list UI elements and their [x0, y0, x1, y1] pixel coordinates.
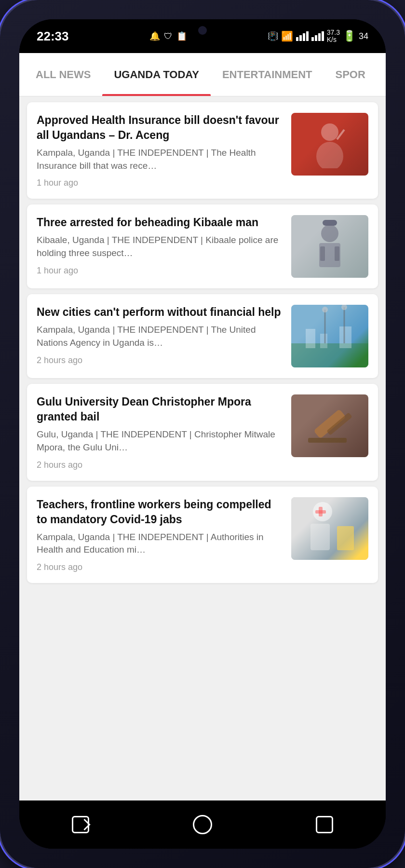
svg-rect-18 [308, 438, 347, 443]
news-card-1[interactable]: Approved Health Insurance bill doesn't f… [27, 102, 378, 199]
person-silhouette-1 [310, 120, 349, 168]
svg-point-13 [322, 307, 328, 312]
signal-bars-2 [311, 31, 324, 41]
news-text-5: Teachers, frontline workers being compel… [37, 497, 284, 572]
back-icon [72, 816, 89, 833]
tab-bar: ALL NEWS UGANDA TODAY ENTERTAINMENT SPOR [19, 53, 386, 96]
news-title-5: Teachers, frontline workers being compel… [37, 497, 284, 527]
calendar-icon: 📋 [176, 31, 187, 41]
news-title-3: New cities can't perform without financi… [37, 305, 284, 320]
tab-all-news[interactable]: ALL NEWS [24, 53, 102, 96]
news-image-2 [291, 215, 368, 278]
news-image-4 [291, 394, 368, 457]
news-image-1 [291, 113, 368, 176]
status-icons-left: 🔔 🛡 📋 [149, 31, 187, 41]
news-text-1: Approved Health Insurance bill doesn't f… [37, 113, 284, 188]
news-text-2: Three arrested for beheading Kibaale man… [37, 215, 284, 275]
screen-content: ALL NEWS UGANDA TODAY ENTERTAINMENT SPOR… [19, 53, 386, 800]
news-image-3 [291, 305, 368, 367]
news-card-3[interactable]: New cities can't perform without financi… [27, 294, 378, 378]
news-list: Approved Health Insurance bill doesn't f… [19, 96, 386, 800]
svg-point-15 [341, 305, 347, 310]
recent-button[interactable] [310, 810, 339, 839]
article-3-image [291, 305, 368, 367]
svg-rect-23 [315, 510, 326, 514]
news-title-2: Three arrested for beheading Kibaale man [37, 215, 284, 230]
vibrate-icon: 📳 [268, 31, 278, 41]
article-2-image [291, 215, 368, 278]
battery-icon: 🔋 [343, 30, 356, 42]
news-snippet-2: Kibaale, Uganda | THE INDEPENDENT | Kiba… [37, 234, 284, 259]
news-text-4: Gulu University Dean Christopher Mpora g… [37, 394, 284, 470]
svg-point-0 [321, 123, 338, 141]
gavel-icon [298, 394, 361, 457]
news-snippet-3: Kampala, Uganda | THE INDEPENDENT | The … [37, 324, 284, 349]
news-time-4: 2 hours ago [37, 460, 284, 470]
phone-screen: 22:33 🔔 🛡 📋 📳 📶 [19, 19, 386, 849]
news-snippet-4: Gulu, Uganda | THE INDEPENDENT | Christo… [37, 428, 284, 454]
tab-entertainment[interactable]: ENTERTAINMENT [211, 53, 324, 96]
svg-rect-11 [339, 326, 351, 348]
svg-rect-10 [320, 334, 327, 348]
notification-icon: 🔔 [149, 31, 160, 41]
news-title-1: Approved Health Insurance bill doesn't f… [37, 113, 284, 143]
news-snippet-5: Kampala, Uganda | THE INDEPENDENT | Auth… [37, 531, 284, 556]
news-text-3: New cities can't perform without financi… [37, 305, 284, 365]
signal-bars-1 [296, 31, 309, 41]
news-title-4: Gulu University Dean Christopher Mpora g… [37, 394, 284, 424]
tab-uganda-today[interactable]: UGANDA TODAY [102, 53, 210, 96]
article-1-image [291, 113, 368, 176]
home-icon [193, 815, 212, 834]
svg-rect-9 [306, 329, 315, 348]
article-4-image [291, 394, 368, 457]
bottom-nav [19, 800, 386, 849]
svg-point-1 [316, 142, 343, 168]
back-button[interactable] [66, 810, 95, 839]
svg-rect-7 [335, 246, 339, 261]
status-bar: 22:33 🔔 🛡 📋 📳 📶 [19, 19, 386, 53]
wifi-icon: 📶 [281, 30, 293, 42]
svg-rect-8 [291, 343, 368, 367]
news-image-5 [291, 497, 368, 560]
battery-percent: 34 [359, 31, 368, 41]
svg-rect-20 [310, 524, 330, 550]
news-time-5: 2 hours ago [37, 562, 284, 572]
tab-sports[interactable]: SPOR [324, 53, 377, 96]
news-time-1: 1 hour ago [37, 178, 284, 188]
svg-rect-21 [337, 526, 354, 550]
status-icons-right: 📳 📶 37.3K/s 🔋 34 [268, 29, 368, 44]
speed-text: 37.3K/s [327, 29, 340, 44]
shield-icon: 🛡 [164, 31, 173, 41]
medical-scene [298, 497, 361, 560]
news-card-2[interactable]: Three arrested for beheading Kibaale man… [27, 204, 378, 288]
svg-point-4 [321, 225, 338, 242]
phone-frame: 22:33 🔔 🛡 📋 📳 📶 [0, 0, 405, 868]
news-card-5[interactable]: Teachers, frontline workers being compel… [27, 487, 378, 583]
camera-notch [198, 26, 207, 35]
news-snippet-1: Kampala, Uganda | THE INDEPENDENT | The … [37, 147, 284, 172]
news-card-4[interactable]: Gulu University Dean Christopher Mpora g… [27, 384, 378, 480]
recent-icon [316, 816, 333, 833]
news-time-2: 1 hour ago [37, 266, 284, 276]
article-5-image [291, 497, 368, 560]
news-time-3: 2 hours ago [37, 355, 284, 366]
status-time: 22:33 [37, 29, 69, 44]
police-silhouette [310, 220, 349, 273]
home-button[interactable] [188, 810, 217, 839]
svg-rect-6 [320, 246, 325, 261]
city-scene [291, 305, 368, 367]
